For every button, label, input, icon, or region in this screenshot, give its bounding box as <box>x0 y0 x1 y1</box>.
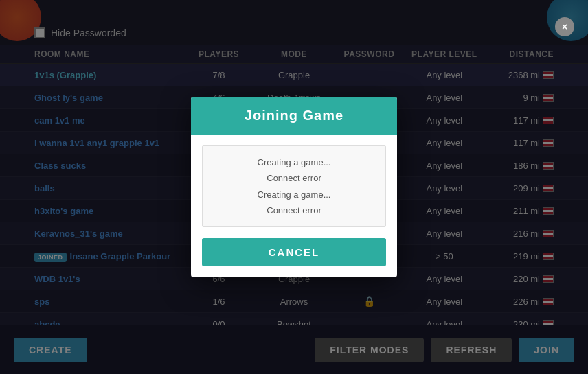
close-button[interactable]: × <box>555 17 574 36</box>
joining-game-modal: Joining Game Creating a game...Connect e… <box>191 97 397 278</box>
modal-log-area: Creating a game...Connect errorCreating … <box>202 145 386 228</box>
log-line: Connect error <box>211 202 377 218</box>
log-line: Creating a game... <box>211 154 377 170</box>
modal-overlay: Joining Game Creating a game...Connect e… <box>0 0 588 374</box>
cancel-button[interactable]: CANCEL <box>202 238 386 266</box>
log-line: Creating a game... <box>211 187 377 202</box>
log-line: Connect error <box>211 170 377 186</box>
modal-title: Joining Game <box>191 97 397 135</box>
